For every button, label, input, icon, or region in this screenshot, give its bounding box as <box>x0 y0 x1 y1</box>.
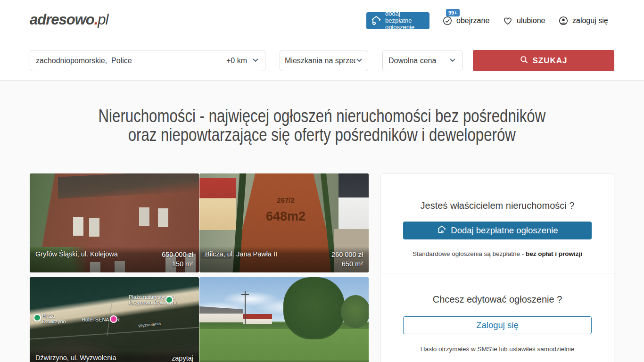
add-listing-label-line1: dodaj bezpłatne <box>385 10 412 24</box>
house-plus-icon <box>371 15 382 27</box>
page-title: Nieruchomości - najwięcej ogłoszeń nieru… <box>0 107 644 144</box>
listing-card[interactable]: 267/2 648m2 adresowo.pl Bilcza, ul. Jana… <box>199 173 369 272</box>
photo-decoration <box>199 306 243 322</box>
house-plus-icon <box>437 224 447 237</box>
plot-area-label: 648m2 <box>255 209 316 224</box>
listing-address: Dźwirzyno, ul. Wyzwolenia <box>35 354 116 362</box>
radius-selector[interactable]: +0 km <box>226 56 259 66</box>
listing-address: Gryfów Śląski, ul. Kolejowa <box>35 250 118 269</box>
chevron-down-icon <box>252 56 259 66</box>
listing-photo-map: Plaża naturystyczna Grzybowo-Dźwirzyno P… <box>30 277 199 362</box>
listing-caption: Bilcza, ul. Jana Pawła II 260 000 zł 650… <box>199 247 369 272</box>
search-bar: +0 km Mieszkania na sprzeda Dowolna cena <box>0 50 644 71</box>
sidebar-divider <box>381 273 614 273</box>
viewed-count-badge: 99+ <box>446 9 460 16</box>
logo[interactable]: adresowo.pl <box>30 11 108 28</box>
sidebar-login-button[interactable]: Zaloguj się <box>403 316 592 334</box>
favorites-link[interactable]: ulubione <box>503 14 545 27</box>
edit-note: Hasło otrzymałeś w SMS'ie lub ustawiłeś … <box>381 346 614 353</box>
price-value: Dowolna cena <box>388 57 436 65</box>
viewed-label: obejrzane <box>456 16 489 25</box>
listing-caption: Dźwirzyno, ul. Wyzwolenia zapytaj o cenę <box>30 350 199 362</box>
check-circle-icon <box>442 16 453 26</box>
radius-value: +0 km <box>226 57 247 65</box>
sidebar-panel: Jesteś właścicielem nieruchomości ? Doda… <box>380 173 614 362</box>
listing-area: 650 m² <box>342 260 363 268</box>
listing-caption: Gryfów Śląski, ul. Kolejowa 650 000 zł 1… <box>30 247 199 272</box>
viewed-link[interactable]: 99+ obejrzane <box>442 14 489 27</box>
listing-area: 150 m² <box>172 260 193 268</box>
listing-card[interactable]: Plaża naturystyczna Grzybowo-Dźwirzyno P… <box>30 277 199 362</box>
category-select[interactable]: Mieszkania na sprzeda <box>280 50 368 71</box>
heart-icon <box>503 16 513 26</box>
add-listing-label-line2: ogłoszenie <box>385 24 414 31</box>
listing-address: Bilcza, ul. Jana Pawła II <box>205 250 277 269</box>
login-label: zaloguj się <box>572 16 608 25</box>
map-pin-icon <box>110 315 117 323</box>
listing-photo <box>199 277 369 362</box>
listing-price: zapytaj <box>172 354 193 362</box>
category-value: Mieszkania na sprzeda <box>285 57 355 65</box>
logo-tld: pl <box>98 11 108 28</box>
chevron-down-icon <box>355 56 363 66</box>
edit-section-title: Chcesz edytować ogłoszenie ? <box>381 294 614 305</box>
map-road-label: Wyzwolenia <box>138 321 161 329</box>
listing-caption: Grojec, ul. Bagienna 891 000 zł <box>199 360 369 362</box>
listing-card[interactable]: Gryfów Śląski, ul. Kolejowa 650 000 zł 1… <box>30 173 199 272</box>
listing-card[interactable]: Grojec, ul. Bagienna 891 000 zł <box>199 277 369 362</box>
photo-decoration <box>58 173 199 199</box>
sidebar-add-listing-label: Dodaj bezpłatne ogłoszenie <box>451 225 558 236</box>
location-field: +0 km <box>30 50 265 71</box>
add-listing-button[interactable]: dodaj bezpłatne ogłoszenie <box>366 12 429 29</box>
search-button[interactable]: SZUKAJ <box>473 50 614 71</box>
sidebar-login-label: Zaloguj się <box>476 320 518 330</box>
price-select[interactable]: Dowolna cena <box>382 50 462 71</box>
favorites-label: ulubione <box>517 16 545 25</box>
page-title-line2: oraz niepowtarzające się oferty pośredni… <box>128 125 516 144</box>
map-label-beach2: Plaża Dźwirzyno <box>42 313 66 324</box>
sidebar-add-listing-button[interactable]: Dodaj bezpłatne ogłoszenie <box>403 222 592 239</box>
search-button-label: SZUKAJ <box>532 56 567 66</box>
user-icon <box>558 16 569 26</box>
map-pin-icon <box>165 296 173 304</box>
listing-price: 260 000 zł <box>331 251 363 258</box>
adresowo-homepage: adresowo.pl dodaj bezpłatne ogłoszenie <box>0 0 644 362</box>
chevron-down-icon <box>449 56 456 66</box>
photo-decoration <box>283 277 345 339</box>
photo-decoration <box>243 314 272 324</box>
photo-decoration <box>341 295 369 328</box>
topbar: adresowo.pl dodaj bezpłatne ogłoszenie <box>0 0 644 41</box>
logo-name: adresowo <box>30 11 94 28</box>
photo-decoration <box>73 217 83 236</box>
photo-decoration <box>199 178 236 230</box>
location-input[interactable] <box>36 57 226 65</box>
photo-decoration <box>245 291 246 324</box>
search-icon <box>520 55 528 66</box>
login-link[interactable]: zaloguj się <box>558 14 608 27</box>
plot-number-label: 267/2 <box>264 196 307 204</box>
page-title-line1: Nieruchomości - najwięcej ogłoszeń nieru… <box>99 107 546 125</box>
photo-decoration <box>30 327 198 339</box>
owner-section-title: Jesteś właścicielem nieruchomości ? <box>381 200 614 211</box>
owner-note: Standardowe ogłoszenia są bezpłatne - be… <box>381 250 614 257</box>
photo-decoration <box>339 173 369 230</box>
map-pin-icon <box>33 314 41 321</box>
listing-price: 650 000 zł <box>162 251 193 258</box>
photo-decoration <box>199 322 369 329</box>
